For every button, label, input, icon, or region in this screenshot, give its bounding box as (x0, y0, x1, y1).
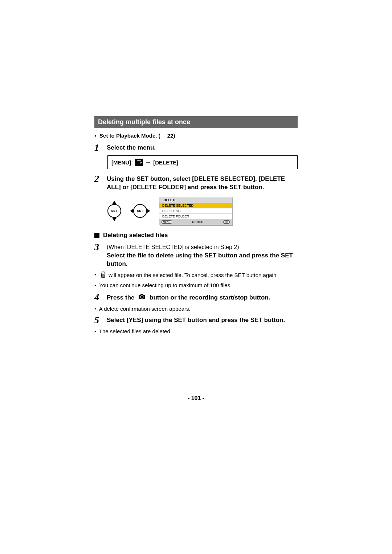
svg-point-3 (140, 296, 143, 298)
note-text: The selected files are deleted. (99, 328, 172, 335)
page-number: - 101 - (0, 395, 392, 402)
note-text: will appear on the selected file. To can… (99, 271, 278, 280)
trash-icon (100, 271, 106, 280)
right-arrow-icon: → (160, 133, 166, 139)
step-text: Using the SET button, select [DELETE SEL… (107, 174, 298, 192)
set-button-vertical: SET (107, 201, 121, 221)
delete-label: [DELETE] (153, 159, 178, 166)
note-bullet: You can continue selecting up to maximum… (94, 282, 298, 289)
precondition-text: Set to Playback Mode. (→ 22) (99, 133, 175, 139)
ok-pill-icon: OK (223, 220, 230, 224)
step-number: 1 (94, 143, 102, 152)
lcd-item-selected: DELETE SELECTED (159, 203, 232, 208)
arrow-down-icon (113, 218, 116, 221)
step-text: (When [DELETE SELECTED] is selected in S… (107, 243, 298, 268)
arrow-up-icon (113, 201, 116, 204)
lcd-screen: DELETE DELETE SELECTED DELETE ALL DELETE… (159, 197, 232, 225)
step-3: 3 (When [DELETE SELECTED] is selected in… (94, 243, 298, 268)
step-1: 1 Select the menu. (94, 143, 298, 152)
set-button-horizontal: SET (130, 204, 150, 218)
note-bullet: The selected files are deleted. (94, 328, 298, 335)
menu-pill-icon: MENU (162, 220, 172, 224)
arrow-right-icon (147, 209, 150, 213)
set-button-icon: SET (133, 204, 147, 218)
step-5: 5 Select [YES] using the SET button and … (94, 315, 298, 325)
camera-icon (138, 293, 146, 302)
step-number: 3 (94, 243, 102, 252)
note-text: You can continue selecting up to maximum… (99, 282, 232, 289)
playback-tab-icon (135, 159, 143, 166)
note-bullet: will appear on the selected file. To can… (94, 271, 298, 280)
step-4: 4 Press the button or the recording star… (94, 293, 298, 302)
step-context: (When [DELETE SELECTED] is selected in S… (107, 244, 239, 250)
step-number: 4 (94, 293, 102, 302)
subheading: Deleting selected files (94, 232, 298, 239)
step-text: Select the menu. (107, 143, 298, 152)
right-arrow-icon: → (145, 159, 151, 166)
enter-label: ●ENTER (192, 220, 203, 224)
set-button-icon: SET (107, 204, 121, 218)
step-2: 2 Using the SET button, select [DELETE S… (94, 174, 298, 192)
step-text: Select [YES] using the SET button and pr… (107, 315, 298, 325)
menu-path-box: [MENU]: → [DELETE] (107, 155, 298, 169)
set-button-diagram: SET SET DELETE DELETE SELECTED DELETE AL… (107, 197, 298, 225)
step-number: 5 (94, 315, 102, 325)
lcd-item: DELETE ALL (159, 208, 232, 214)
step-number: 2 (94, 174, 102, 184)
section-title: Deleting multiple files at once (94, 116, 298, 128)
note-text: A delete confirmation screen appears. (99, 305, 191, 313)
lcd-menu-list: DELETE SELECTED DELETE ALL DELETE FOLDER (159, 203, 232, 219)
arrow-left-icon (130, 209, 133, 213)
lcd-item: DELETE FOLDER (159, 214, 232, 219)
precondition: Set to Playback Mode. (→ 22) (94, 133, 298, 139)
lcd-footer: MENU ●ENTER OK (159, 219, 232, 225)
lcd-title: DELETE (159, 197, 232, 203)
step-text: Press the button or the recording start/… (107, 293, 298, 302)
menu-label: [MENU]: (111, 159, 133, 166)
step-instruction: Select the file to delete using the SET … (107, 252, 293, 267)
manual-page: Deleting multiple files at once Set to P… (0, 0, 392, 554)
note-bullet: A delete confirmation screen appears. (94, 305, 298, 313)
